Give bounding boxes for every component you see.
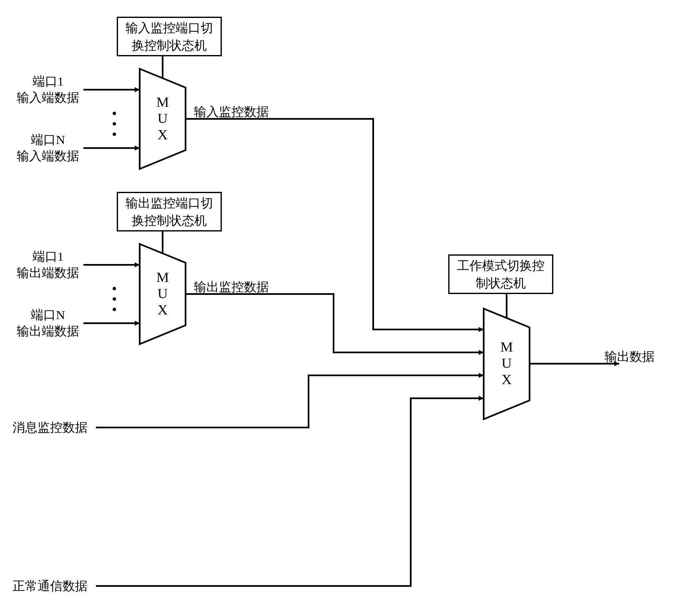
output-monitor-fsm-box: 输出监控端口切 换控制状态机 [117, 192, 222, 231]
mode-fsm-box: 工作模式切换控 制状态机 [448, 254, 553, 294]
mux-right-label: M U X [496, 339, 517, 387]
input-monitor-signal-label: 输入监控数据 [194, 103, 269, 120]
wiring-svg [0, 0, 698, 616]
dots-middle: ··· [112, 284, 117, 315]
output-monitor-fsm-label: 输出监控端口切 换控制状态机 [126, 194, 213, 229]
output-data-label: 输出数据 [605, 348, 655, 365]
portN-input-label: 端口N 输入端数据 [13, 131, 83, 164]
input-monitor-fsm-box: 输入监控端口切 换控制状态机 [117, 17, 222, 56]
mux-middle-label: M U X [152, 269, 173, 318]
portN-output-label: 端口N 输出端数据 [13, 307, 83, 339]
port1-input-label: 端口1 输入端数据 [13, 73, 83, 106]
dots-top: ··· [112, 108, 117, 140]
input-monitor-fsm-label: 输入监控端口切 换控制状态机 [126, 19, 213, 54]
normal-comm-label: 正常通信数据 [13, 578, 88, 594]
output-monitor-signal-label: 输出监控数据 [194, 279, 269, 295]
mode-fsm-label: 工作模式切换控 制状态机 [457, 257, 545, 292]
port1-output-label: 端口1 输出端数据 [13, 248, 83, 281]
message-monitor-label: 消息监控数据 [13, 419, 88, 435]
mux-top-label: M U X [152, 94, 173, 143]
